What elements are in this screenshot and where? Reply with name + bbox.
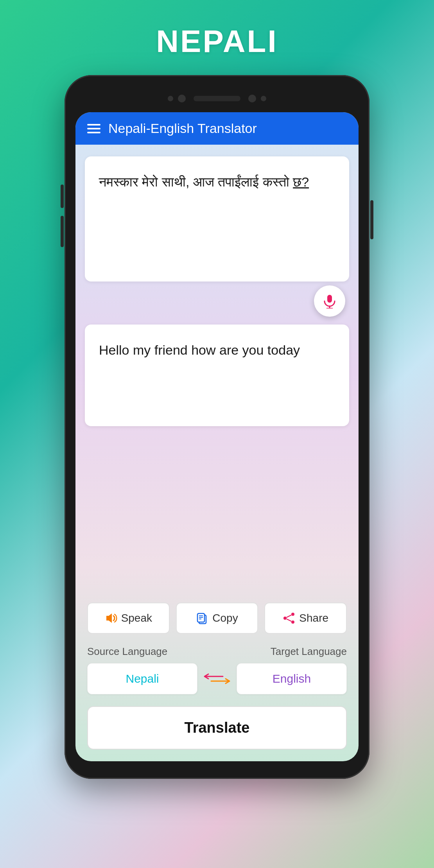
power-button[interactable] [370,200,373,239]
language-selector: Source Language Target Language Nepali E… [75,642,359,702]
camera-dot [168,96,173,101]
app-header: Nepali-English Translator [75,112,359,145]
copy-button[interactable]: Copy [176,603,258,634]
front-camera [248,95,256,102]
camera-lens [178,95,186,102]
camera-area [168,95,186,102]
source-lang-label: Source Language [87,646,167,658]
phone-frame: Nepali-English Translator नमस्कार मेरो स… [65,75,369,779]
swap-arrows-icon [201,672,233,686]
input-text: नमस्कार मेरो साथी, आज तपाईंलाई कस्तो छ? [99,172,335,192]
svg-rect-0 [327,295,332,303]
output-text: Hello my friend how are you today [99,340,335,360]
mic-button-row [85,285,349,317]
share-button[interactable]: Share [264,603,347,634]
svg-marker-3 [106,613,112,623]
svg-point-11 [283,617,287,620]
output-box: Hello my friend how are you today [85,325,349,426]
input-text-main: नमस्कार मेरो साथी, आज तपाईंलाई कस्तो [99,174,293,189]
translate-button-row: Translate [75,702,359,761]
volume-down-button[interactable] [61,216,64,247]
share-label: Share [299,612,328,624]
svg-point-10 [291,621,294,624]
mic-button[interactable] [314,285,345,317]
input-text-underline: छ? [293,174,309,189]
speaker-grill [194,96,240,101]
lang-labels: Source Language Target Language [87,646,347,658]
svg-point-9 [291,613,294,616]
input-box[interactable]: नमस्कार मेरो साथी, आज तपाईंलाई कस्तो छ? [85,156,349,282]
hamburger-line-1 [87,124,100,126]
camera-right [248,95,266,102]
translate-button[interactable]: Translate [87,706,347,750]
share-icon [283,612,295,624]
speak-label: Speak [121,612,152,624]
app-title: NEPALI [156,23,278,59]
hamburger-menu[interactable] [87,124,100,133]
hamburger-line-3 [87,132,100,133]
target-language-box[interactable]: English [237,663,347,694]
phone-screen: Nepali-English Translator नमस्कार मेरो स… [75,112,359,761]
speak-icon [105,612,117,624]
svg-line-12 [287,615,291,617]
hamburger-line-2 [87,128,100,129]
phone-top-bar [75,87,359,110]
app-content: नमस्कार मेरो साथी, आज तपाईंलाई कस्तो छ? … [75,145,359,595]
sensor-dot [261,96,266,101]
source-language-box[interactable]: Nepali [87,663,197,694]
target-lang-label: Target Language [271,646,347,658]
mic-icon [322,294,337,308]
volume-up-button[interactable] [61,185,64,208]
svg-line-13 [287,619,291,621]
copy-icon [196,612,208,624]
copy-label: Copy [212,612,238,624]
swap-icon[interactable] [197,672,237,686]
speak-button[interactable]: Speak [87,603,170,634]
lang-boxes: Nepali English [87,663,347,694]
header-title: Nepali-English Translator [108,121,257,136]
action-buttons-row: Speak Copy [75,595,359,642]
